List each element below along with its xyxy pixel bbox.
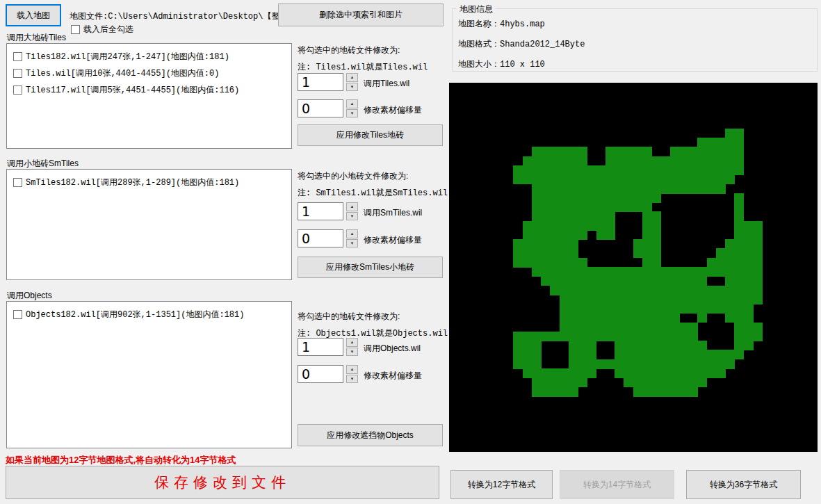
map-editor-window: 载入地图 地图文件:C:\Users\Administrator\Desktop… <box>0 0 821 504</box>
tiles-call-label: 调用Tiles.wil <box>364 78 409 90</box>
tiles-listbox[interactable]: Tiles182.wil[调用247张,1-247](地图内值:181) Til… <box>6 43 292 149</box>
spin-up-button[interactable]: ▲ <box>346 338 358 347</box>
tiles-panel-header: 将勾选中的地砖文件修改为: <box>298 44 400 56</box>
apply-objects-button[interactable]: 应用修改遮挡物Objects <box>298 424 443 446</box>
check-all-after-load-row[interactable]: 载入后全勾选 <box>71 24 133 35</box>
tiles-list-item[interactable]: Tiles.wil[调用10张,4401-4455](地图内值:0) <box>7 65 291 81</box>
smtiles-item-checkbox[interactable] <box>13 178 22 187</box>
tiles-offset-label: 修改素材偏移量 <box>364 104 422 116</box>
map-info-title: 地图信息 <box>457 3 496 15</box>
smtiles-item-label: SmTiles182.wil[调用289张,1-289](地图内值:181) <box>26 177 239 188</box>
objects-offset-spinner: 0 ▲ ▼ <box>298 365 358 383</box>
tiles-call-spinner: 1 ▲ ▼ <box>298 73 358 91</box>
objects-list-item[interactable]: Objects182.wil[调用902张,1-1351](地图内值:181) <box>7 306 291 323</box>
spin-down-button[interactable]: ▼ <box>346 83 358 92</box>
map-format-label: 地图格式： <box>458 39 500 49</box>
spin-down-button[interactable]: ▼ <box>346 212 358 221</box>
load-map-button[interactable]: 载入地图 <box>6 4 61 26</box>
apply-tiles-button[interactable]: 应用修改Tiles地砖 <box>298 124 443 146</box>
tiles-offset-input[interactable]: 0 <box>298 99 343 117</box>
spin-up-button[interactable]: ▲ <box>346 229 358 238</box>
map-format-value: Shanda2012_14Byte <box>500 40 585 49</box>
convert-to-14byte-button: 转换为14字节格式 <box>560 470 674 499</box>
map-format-row: 地图格式：Shanda2012_14Byte <box>458 38 585 50</box>
map-size-label: 地图大小： <box>458 59 500 69</box>
tiles-item-label: Tiles117.wil[调用5张,4451-4455](地图内值:116) <box>26 84 239 96</box>
smtiles-offset-input[interactable]: 0 <box>298 229 343 247</box>
tiles-item-label: Tiles.wil[调用10张,4401-4455](地图内值:0) <box>26 67 219 79</box>
apply-smtiles-button[interactable]: 应用修改SmTiles小地砖 <box>298 257 443 278</box>
smtiles-list-item[interactable]: SmTiles182.wil[调用289张,1-289](地图内值:181) <box>7 174 291 190</box>
tiles-item-checkbox[interactable] <box>13 52 22 61</box>
tiles-item-checkbox[interactable] <box>13 69 22 78</box>
map-name-value: 4hybs.map <box>500 19 545 29</box>
objects-call-spinner: 1 ▲ ▼ <box>298 338 358 356</box>
map-size-row: 地图大小：110 x 110 <box>458 58 545 70</box>
smtiles-offset-spinner: 0 ▲ ▼ <box>298 229 358 247</box>
smtiles-call-label: 调用SmTiles.wil <box>364 207 422 219</box>
smtiles-offset-label: 修改素材偏移量 <box>364 234 422 246</box>
check-all-label: 载入后全勾选 <box>83 24 133 35</box>
spin-up-button[interactable]: ▲ <box>346 202 358 211</box>
spin-down-button[interactable]: ▼ <box>346 239 358 248</box>
smtiles-group-title: 调用小地砖SmTiles <box>7 158 79 170</box>
objects-group-title: 调用Objects <box>7 290 52 302</box>
delete-selected-index-button[interactable]: 删除选中项索引和图片 <box>278 3 444 26</box>
tiles-list-item[interactable]: Tiles117.wil[调用5张,4451-4455](地图内值:116) <box>7 81 291 98</box>
check-all-checkbox[interactable] <box>71 25 80 34</box>
smtiles-panel-header: 将勾选中的小地砖文件修改为: <box>298 170 408 182</box>
tiles-list-item[interactable]: Tiles182.wil[调用247张,1-247](地图内值:181) <box>7 48 291 65</box>
save-to-file-button[interactable]: 保存修改到文件 <box>6 466 439 499</box>
map-name-row: 地图名称：4hybs.map <box>458 18 545 30</box>
tiles-call-input[interactable]: 1 <box>298 73 343 91</box>
tiles-item-label: Tiles182.wil[调用247张,1-247](地图内值:181) <box>26 51 229 63</box>
objects-listbox[interactable]: Objects182.wil[调用902张,1-1351](地图内值:181) <box>6 301 292 448</box>
objects-panel-header: 将勾选中的地砖文件修改为: <box>298 311 400 323</box>
tiles-panel-note: 注: Tiles1.wil就是Tiles.wil <box>298 61 428 73</box>
map-name-label: 地图名称： <box>458 19 500 29</box>
convert-to-12byte-button[interactable]: 转换为12字节格式 <box>450 470 553 499</box>
map-info-groupbox: 地图信息 地图名称：4hybs.map 地图格式：Shanda2012_14By… <box>452 8 818 72</box>
objects-item-label: Objects182.wil[调用902张,1-1351](地图内值:181) <box>26 309 244 320</box>
smtiles-call-spinner: 1 ▲ ▼ <box>298 202 358 220</box>
objects-call-input[interactable]: 1 <box>298 338 343 356</box>
objects-call-label: 调用Objects.wil <box>364 343 421 355</box>
format-conversion-warning: 如果当前地图为12字节地图格式,将自动转化为14字节格式 <box>6 454 236 466</box>
smtiles-panel-note: 注: SmTiles1.wil就是SmTiles.wil <box>298 187 448 199</box>
spin-down-button[interactable]: ▼ <box>346 348 358 357</box>
spin-up-button[interactable]: ▲ <box>346 99 358 108</box>
objects-item-checkbox[interactable] <box>13 310 22 319</box>
spin-up-button[interactable]: ▲ <box>346 365 358 374</box>
tiles-offset-spinner: 0 ▲ ▼ <box>298 99 358 117</box>
smtiles-call-input[interactable]: 1 <box>298 202 343 220</box>
map-size-value: 110 x 110 <box>500 60 545 70</box>
spin-down-button[interactable]: ▼ <box>346 109 358 118</box>
tiles-group-title: 调用大地砖Tiles <box>7 32 66 44</box>
map-file-path-label: 地图文件:C:\Users\Administrator\Desktop\【整理1… <box>70 10 307 22</box>
convert-to-36byte-button[interactable]: 转换为36字节格式 <box>686 470 801 499</box>
smtiles-listbox[interactable]: SmTiles182.wil[调用289张,1-289](地图内值:181) <box>6 169 292 280</box>
map-preview-image <box>449 83 818 452</box>
spin-down-button[interactable]: ▼ <box>346 375 358 384</box>
spin-up-button[interactable]: ▲ <box>346 73 358 82</box>
objects-offset-input[interactable]: 0 <box>298 365 343 383</box>
tiles-item-checkbox[interactable] <box>13 86 22 95</box>
objects-offset-label: 修改素材偏移量 <box>364 370 422 382</box>
